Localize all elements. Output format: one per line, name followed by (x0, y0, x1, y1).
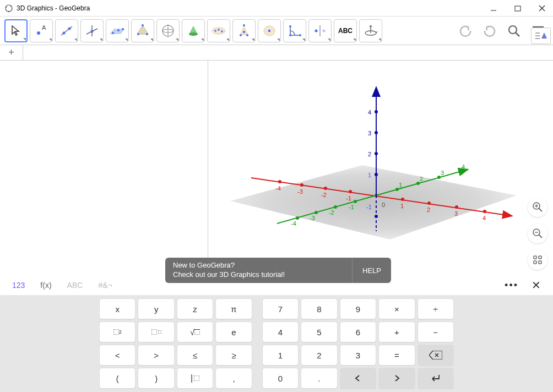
svg-rect-108 (539, 256, 541, 259)
svg-point-8 (37, 31, 40, 35)
tool-rotate-view[interactable] (359, 19, 382, 42)
svg-text:1: 1 (368, 172, 371, 178)
key-ge[interactable]: ≥ (215, 345, 252, 366)
key-index[interactable]: | (177, 368, 213, 389)
home-view-button[interactable] (528, 250, 547, 270)
close-button[interactable] (535, 2, 549, 15)
svg-point-40 (315, 29, 318, 32)
key-5[interactable]: 5 (301, 322, 337, 342)
zoom-in-button[interactable] (528, 197, 547, 217)
svg-point-61 (349, 190, 352, 193)
tool-angle[interactable] (283, 19, 306, 42)
svg-text:2: 2 (427, 206, 430, 213)
kbd-tab-123[interactable]: 123 (4, 277, 32, 293)
key-rparen[interactable]: ) (138, 368, 174, 389)
key-eq[interactable]: = (378, 345, 415, 366)
tool-perp[interactable] (80, 19, 104, 42)
search-button[interactable] (503, 20, 524, 41)
key-div[interactable]: ÷ (418, 298, 454, 319)
tool-line[interactable] (55, 19, 78, 42)
svg-text:2: 2 (420, 176, 423, 182)
key-left[interactable] (340, 368, 376, 389)
svg-line-10 (61, 26, 72, 35)
svg-point-21 (146, 33, 148, 35)
key-8[interactable]: 8 (301, 298, 337, 319)
key-dot[interactable]: . (301, 368, 337, 389)
kbd-tab-abc[interactable]: ABC (59, 277, 91, 293)
svg-point-55 (278, 180, 281, 183)
key-x[interactable]: x (99, 298, 135, 319)
svg-point-26 (212, 28, 225, 34)
key-e[interactable]: e (215, 322, 252, 342)
tool-pyramid[interactable] (131, 19, 154, 42)
tool-reflect[interactable] (308, 19, 332, 42)
key-right[interactable] (378, 368, 415, 389)
algebra-input[interactable] (23, 45, 553, 60)
svg-point-90 (375, 215, 378, 218)
help-button[interactable]: HELP (352, 258, 391, 283)
tool-cone[interactable] (182, 19, 205, 42)
key-y[interactable]: y (138, 298, 174, 319)
key-7[interactable]: 7 (262, 298, 299, 319)
key-enter[interactable] (418, 368, 454, 389)
key-pow[interactable] (138, 322, 174, 342)
key-plus[interactable]: + (378, 322, 415, 342)
key-comma[interactable]: , (215, 368, 252, 389)
svg-point-74 (315, 211, 318, 214)
svg-point-63 (401, 198, 404, 201)
svg-text:-3: -3 (310, 215, 315, 221)
svg-point-92 (375, 173, 378, 176)
kbd-tab-fx[interactable]: f(x) (32, 277, 59, 293)
window-title: 3D Graphics - GeoGebra (17, 4, 487, 12)
key-sq[interactable]: 2 (99, 322, 135, 342)
tool-net[interactable] (207, 19, 230, 42)
key-z[interactable]: z (177, 298, 213, 319)
kbd-close-button[interactable]: ✕ (524, 279, 549, 292)
tool-sphere[interactable] (156, 19, 180, 42)
add-input-button[interactable]: + (0, 45, 23, 60)
key-0[interactable]: 0 (262, 368, 299, 389)
key-2[interactable]: 2 (301, 345, 337, 366)
algebra-view[interactable] (0, 61, 208, 275)
svg-point-94 (375, 152, 378, 155)
key-3[interactable]: 3 (340, 345, 376, 366)
tool-move[interactable] (4, 19, 28, 42)
svg-point-17 (117, 29, 120, 31)
tool-point[interactable]: A (30, 19, 53, 42)
key-lparen[interactable]: ( (99, 368, 135, 389)
key-lt[interactable]: < (99, 345, 135, 366)
key-9[interactable]: 9 (340, 298, 376, 319)
tool-intersect[interactable] (232, 19, 256, 42)
svg-point-65 (427, 202, 431, 205)
kbd-tab-sym[interactable]: #&¬ (90, 277, 120, 293)
tool-plane[interactable] (106, 19, 129, 42)
undo-button[interactable] (455, 20, 476, 41)
svg-point-69 (483, 210, 486, 213)
svg-point-96 (375, 131, 378, 134)
key-minus[interactable]: − (418, 322, 454, 342)
svg-point-29 (221, 30, 223, 32)
key-mult[interactable]: × (378, 298, 415, 319)
key-backspace[interactable] (418, 345, 454, 366)
maximize-button[interactable] (511, 2, 524, 15)
tutorial-popup: New to GeoGebra? Check out our 3D Graphi… (165, 258, 391, 283)
minimize-button[interactable] (487, 2, 500, 15)
redo-button[interactable] (479, 20, 500, 41)
svg-point-25 (189, 32, 198, 36)
key-6[interactable]: 6 (340, 322, 376, 342)
svg-point-31 (240, 34, 242, 36)
key-4[interactable]: 4 (262, 322, 299, 342)
key-pi[interactable]: π (215, 298, 252, 319)
svg-point-57 (300, 183, 303, 187)
view-toggle-button[interactable] (531, 28, 551, 44)
key-1[interactable]: 1 (262, 345, 299, 366)
key-gt[interactable]: > (138, 345, 174, 366)
3d-scene: 0 -4 -3 -2 -1 1 2 3 4 -4 -3 -2 -1 1 2 (208, 61, 553, 275)
key-le[interactable]: ≤ (177, 345, 213, 366)
tool-circle-point[interactable] (258, 19, 281, 42)
tool-text[interactable]: ABC (334, 19, 357, 42)
key-sqrt[interactable]: √ (177, 322, 213, 342)
3d-graphics-view[interactable]: 0 -4 -3 -2 -1 1 2 3 4 -4 -3 -2 -1 1 2 (208, 61, 553, 275)
zoom-out-button[interactable] (528, 224, 547, 243)
kbd-more-button[interactable]: ••• (499, 280, 524, 291)
